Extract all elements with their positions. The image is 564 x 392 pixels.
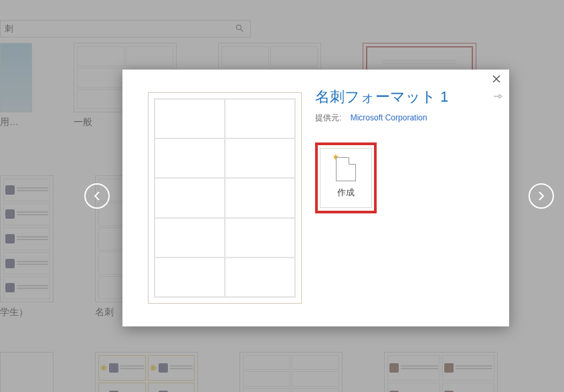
template-info: 名刺フォーマット 1 提供元: Microsoft Corporation ✶ … xyxy=(315,87,496,213)
provider-link[interactable]: Microsoft Corporation xyxy=(351,113,428,122)
prev-template-button[interactable] xyxy=(84,183,110,209)
chevron-left-icon xyxy=(93,191,101,201)
create-label: 作成 xyxy=(337,187,355,199)
close-icon xyxy=(492,75,500,83)
provider-label: 提供元: xyxy=(315,113,341,122)
template-preview-dialog: 名刺フォーマット 1 提供元: Microsoft Corporation ✶ … xyxy=(122,70,509,326)
new-document-icon xyxy=(336,157,356,181)
template-large-preview xyxy=(148,92,302,304)
template-provider: 提供元: Microsoft Corporation xyxy=(315,112,496,124)
close-button[interactable] xyxy=(490,74,502,86)
create-button[interactable]: ✶ 作成 xyxy=(320,148,372,208)
chevron-right-icon xyxy=(537,191,545,201)
next-template-button[interactable] xyxy=(529,183,554,209)
template-title: 名刺フォーマット 1 xyxy=(315,87,496,107)
create-button-highlight: ✶ 作成 xyxy=(315,142,377,213)
